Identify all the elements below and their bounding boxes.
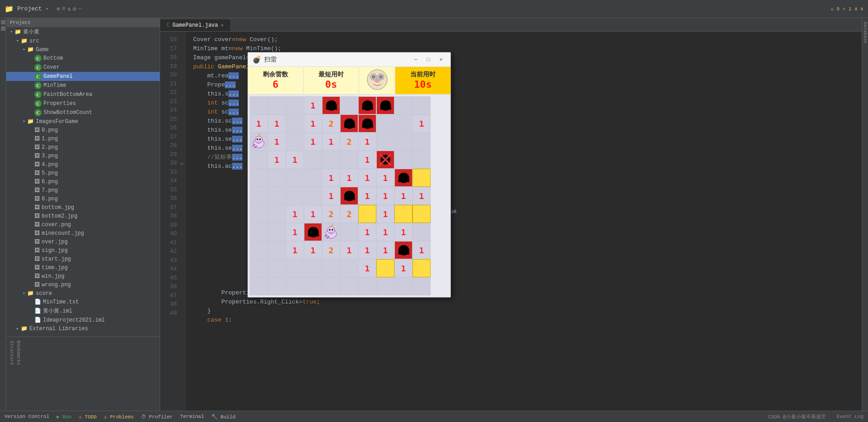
tree-properties[interactable]: C Properties [6,99,160,108]
cell-1-0[interactable]: 1 [250,114,268,133]
cell-8-2[interactable]: 1 [286,241,304,259]
cell-5-4[interactable]: 1 [322,187,340,205]
tree-score[interactable]: ▾ 📁 score [6,289,160,298]
cell-0-3[interactable]: 1 [304,96,322,114]
cell-9-6[interactable]: 1 [358,259,376,277]
profiler-btn[interactable]: ⏱ Profiler [141,414,173,420]
cell-1-9[interactable]: 1 [413,114,431,133]
cell-7-4[interactable] [322,223,340,241]
bookmarks-tab[interactable]: Bookmarks [15,339,22,367]
title-dropdown[interactable]: ▾ [46,6,49,12]
cell-4-0[interactable] [250,169,268,187]
cell-8-3[interactable]: 1 [304,241,322,259]
cell-0-6[interactable]: 😤 [358,96,376,114]
tree-extlibs[interactable]: ▸ 📁 External Libraries [6,324,160,333]
cell-6-7[interactable]: 1 [376,205,394,223]
cell-7-7[interactable]: 1 [376,223,394,241]
tree-src[interactable]: ▾ 📁 src [6,37,160,45]
cell-4-2[interactable] [286,169,304,187]
cell-1-3[interactable]: 1 [304,114,322,133]
cell-5-5[interactable]: 😤 [340,187,358,205]
cell-6-2[interactable]: 1 [286,205,304,223]
cell-10-1[interactable] [268,277,286,295]
todo-btn[interactable]: ⚠ TODO [79,414,97,420]
cell-9-8[interactable]: 1 [394,259,413,277]
cell-3-8[interactable] [394,151,413,169]
cell-3-2[interactable]: 1 [286,151,304,169]
cell-5-2[interactable] [286,187,304,205]
tree-0png[interactable]: 🖼 0.png [6,126,160,134]
cell-7-5[interactable] [340,223,358,241]
tree-minecountjpg[interactable]: 🖼 minecount.jpg [6,229,160,237]
event-log-btn[interactable]: Event Log [837,414,863,419]
game-minimize-btn[interactable]: — [411,55,421,65]
cell-5-6[interactable]: 1 [358,187,376,205]
cell-10-8[interactable] [394,277,413,295]
tree-overjpg[interactable]: 🖼 over.jpg [6,237,160,246]
tree-6png[interactable]: 🖼 6.png [6,177,160,186]
cell-9-4[interactable] [322,259,340,277]
tree-3png[interactable]: 🖼 3.png [6,152,160,160]
version-control-btn[interactable]: Version Control [5,414,49,419]
cell-3-1[interactable]: 1 [268,151,286,169]
cell-7-8[interactable]: 1 [394,223,413,241]
cell-3-3[interactable] [304,151,322,169]
tree-mintimetxt[interactable]: 📄 MinTime.txt [6,298,160,306]
cell-2-5[interactable]: 2 [340,133,358,151]
cell-9-5[interactable] [340,259,358,277]
tree-timejpg[interactable]: 🖼 time.jpg [6,263,160,272]
cell-6-0[interactable] [250,205,268,223]
cell-2-2[interactable] [286,133,304,151]
activity-item-2[interactable] [1,26,5,31]
terminal-btn[interactable]: Terminal [180,414,204,419]
cell-6-5[interactable]: 2 [340,205,358,223]
tree-game[interactable]: ▾ 📁 Game [6,45,160,54]
cell-10-2[interactable] [286,277,304,295]
cell-10-7[interactable] [376,277,394,295]
cell-6-8[interactable] [394,205,413,223]
tree-bottom[interactable]: C Bottom [6,54,160,63]
cell-6-6[interactable] [358,205,376,223]
cell-8-8[interactable]: 😤 [394,241,413,259]
cell-5-1[interactable] [268,187,286,205]
cell-3-7[interactable] [376,151,394,169]
cell-3-6[interactable]: 1 [358,151,376,169]
tab-close[interactable]: ✕ [221,22,224,29]
tree-iml1[interactable]: 📄 黄小黄.iml [6,306,160,316]
tree-root[interactable]: ▾ 📁 黄小黄 [6,27,160,37]
cell-3-9[interactable] [413,151,431,169]
cell-2-1[interactable]: 1 [268,133,286,151]
tree-mintime[interactable]: C MinTime [6,81,160,90]
tree-4png[interactable]: 🖼 4.png [6,160,160,169]
tree-gamepanel[interactable]: C GamePanel [6,72,160,81]
cell-0-8[interactable] [394,96,413,114]
game-close-btn[interactable]: ✕ [436,55,446,65]
tree-cover[interactable]: C Cover [6,63,160,72]
cell-4-6[interactable]: 1 [358,169,376,187]
tree-7png[interactable]: 🖼 7.png [6,186,160,194]
tree-8png[interactable]: 🖼 8.png [6,194,160,203]
tree-images[interactable]: ▾ 📁 ImagesForGame [6,117,160,126]
cell-6-1[interactable] [268,205,286,223]
cell-7-2[interactable]: 1 [286,223,304,241]
cell-10-4[interactable] [322,277,340,295]
tree-winjpg[interactable]: 🖼 win.jpg [6,272,160,280]
cell-0-4[interactable]: 😤 [322,96,340,114]
cell-2-9[interactable] [413,133,431,151]
cell-8-1[interactable] [268,241,286,259]
cell-9-9[interactable] [413,259,431,277]
cell-5-7[interactable]: 1 [376,187,394,205]
cell-6-9[interactable] [413,205,431,223]
tree-iml2[interactable]: 📄 Ideaproject2021.iml [6,316,160,324]
cell-3-4[interactable] [322,151,340,169]
cell-0-5[interactable] [340,96,358,114]
cell-4-8[interactable]: 😤 [394,169,413,187]
cell-1-5[interactable]: 😤 [340,114,358,133]
cell-4-9[interactable] [413,169,431,187]
cell-0-2[interactable] [286,96,304,114]
cell-10-9[interactable] [413,277,431,295]
cell-10-5[interactable] [340,277,358,295]
cell-1-6[interactable]: 😤 [358,114,376,133]
tree-signjpg[interactable]: 🖼 sign.jpg [6,246,160,255]
cell-9-2[interactable] [286,259,304,277]
